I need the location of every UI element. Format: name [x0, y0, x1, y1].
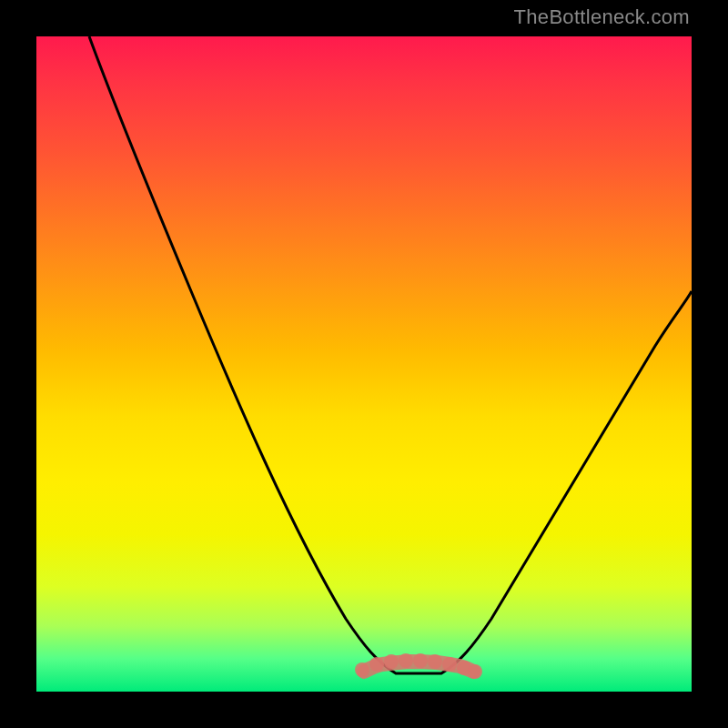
- marker-dot: [428, 654, 442, 669]
- marker-dot: [442, 657, 457, 672]
- marker-dot: [355, 662, 369, 677]
- marker-dot: [468, 664, 482, 679]
- bottleneck-curve: [89, 36, 692, 673]
- watermark-text: TheBottleneck.com: [514, 5, 690, 29]
- marker-dot: [413, 653, 428, 668]
- chart-svg: [36, 36, 692, 692]
- plot-area: [36, 36, 692, 692]
- marker-dot: [399, 653, 413, 668]
- marker-dot: [369, 657, 384, 672]
- marker-dot: [384, 654, 399, 669]
- chart-container: TheBottleneck.com: [0, 0, 728, 728]
